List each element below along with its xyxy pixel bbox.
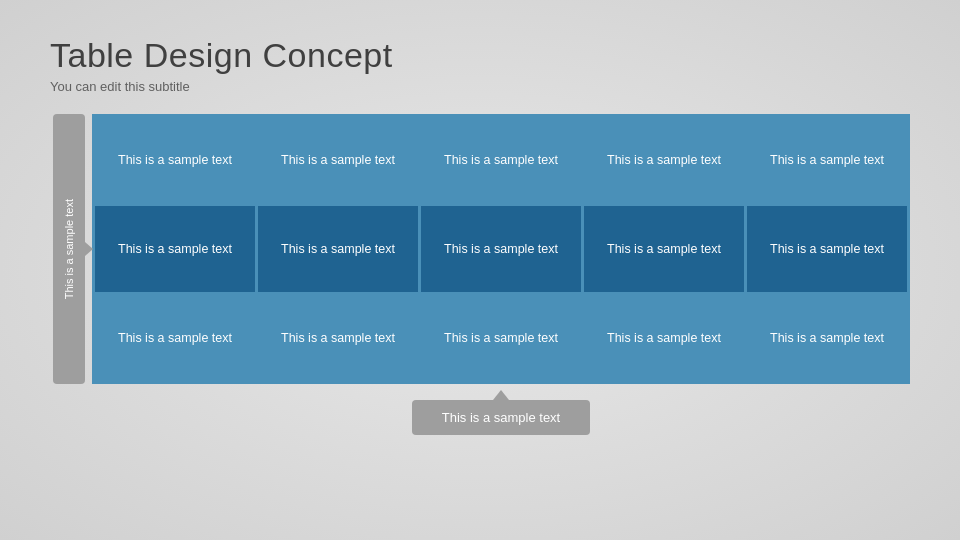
bottom-label-box: This is a sample text <box>412 400 591 435</box>
table-cell: This is a sample text <box>95 295 255 381</box>
slide-subtitle: You can edit this subtitle <box>50 79 910 94</box>
vertical-label-text: This is a sample text <box>63 199 75 299</box>
table-cell: This is a sample text <box>584 295 744 381</box>
table-cell: This is a sample text <box>421 206 581 292</box>
table-cell: This is a sample text <box>584 206 744 292</box>
slide-title: Table Design Concept <box>50 36 910 75</box>
bottom-arrow-up-icon <box>493 390 509 400</box>
table-cell: This is a sample text <box>258 206 418 292</box>
table-cell: This is a sample text <box>95 206 255 292</box>
vertical-label-container: This is a sample text <box>50 114 88 384</box>
table-cell: This is a sample text <box>95 117 255 203</box>
table-grid: This is a sample textThis is a sample te… <box>92 114 910 384</box>
table-cell: This is a sample text <box>258 117 418 203</box>
table-cell: This is a sample text <box>421 295 581 381</box>
slide: Table Design Concept You can edit this s… <box>0 0 960 540</box>
table-cell: This is a sample text <box>747 295 907 381</box>
vertical-label-box: This is a sample text <box>53 114 85 384</box>
table-cell: This is a sample text <box>747 117 907 203</box>
bottom-label-container: This is a sample text <box>92 390 910 435</box>
table-cell: This is a sample text <box>584 117 744 203</box>
table-cell: This is a sample text <box>421 117 581 203</box>
table-area: This is a sample text This is a sample t… <box>50 114 910 384</box>
table-cell: This is a sample text <box>258 295 418 381</box>
table-cell: This is a sample text <box>747 206 907 292</box>
